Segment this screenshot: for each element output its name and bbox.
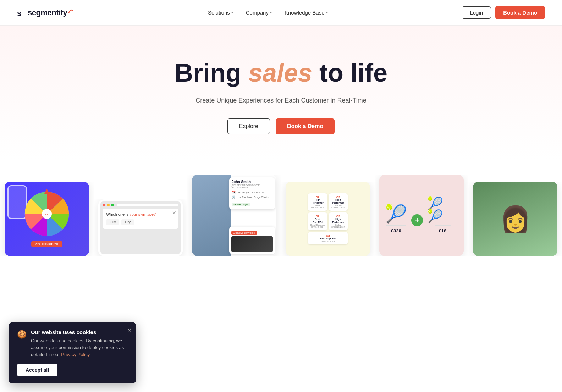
logo-text: segmentify	[28, 8, 67, 17]
chevron-down-icon: ▾	[270, 11, 272, 15]
product-card: Exclusive early sale!	[229, 227, 275, 254]
g2-badge-1: G2 HighPerformer EMEA SPRING 2024	[308, 193, 327, 211]
chevron-down-icon: ▾	[326, 11, 328, 15]
showcase-item-4: G2 HighPerformer EMEA SPRING 2024 G2 Hig…	[281, 182, 375, 256]
browser-bar	[103, 204, 178, 206]
calendar-icon: 📅	[232, 191, 236, 194]
logo-icon: s	[17, 7, 28, 18]
profile-photo	[192, 175, 231, 256]
showcase-section: $Y 20% DISCOUNT Which one is your	[0, 160, 562, 256]
g2-card: G2 HighPerformer EMEA SPRING 2024 G2 Hig…	[286, 182, 370, 256]
svg-point-1	[72, 10, 73, 11]
spin-wheel-svg: $Y	[24, 191, 70, 237]
last-purchase: Last Purchase: Cargo Shorts	[237, 196, 269, 198]
tennis-balls-icon: 🎾🎾	[427, 197, 458, 223]
profile-email: john.smith@example.com	[232, 184, 272, 186]
price-line-2	[435, 225, 451, 226]
g2-badges-grid: G2 HighPerformer EMEA SPRING 2024 G2 Hig…	[304, 189, 352, 249]
woman-bg: 👩	[473, 182, 557, 256]
profile-info: John Smith john.smith@example.com ID: 12…	[229, 177, 275, 209]
book-demo-hero-button[interactable]: Book a Demo	[276, 118, 335, 134]
close-dot	[103, 204, 105, 206]
logo[interactable]: s segmentify	[17, 7, 74, 18]
price-2: £18	[439, 228, 447, 233]
discount-badge: 20% DISCOUNT	[31, 241, 62, 247]
cart-icon: 🛒	[232, 195, 236, 199]
maximize-dot	[111, 204, 114, 206]
hero-section: Bring sales to life Create Unique Experi…	[0, 26, 562, 160]
quiz-opt-1[interactable]: Oily	[106, 219, 119, 225]
spin-wheel-card: $Y 20% DISCOUNT	[5, 182, 89, 256]
profile-id: ID: 123456789	[232, 186, 272, 189]
hero-title: Bring sales to life	[175, 59, 387, 87]
nav-links: Solutions ▾ Company ▾ Knowledge Base ▾	[208, 10, 328, 16]
book-demo-nav-button[interactable]: Book a Demo	[495, 6, 545, 19]
nav-knowledge-base[interactable]: Knowledge Base ▾	[285, 10, 328, 16]
spin-wheel: $Y	[24, 191, 70, 237]
showcase-item-3: John Smith john.smith@example.com ID: 12…	[187, 175, 281, 256]
nav-actions: Login Book a Demo	[462, 6, 545, 19]
explore-button[interactable]: Explore	[227, 118, 270, 134]
racket-product: 🎾 £320	[385, 205, 407, 233]
nav-solutions[interactable]: Solutions ▾	[208, 10, 233, 16]
quiz-opt-2[interactable]: Dry	[121, 219, 134, 225]
profile-card: John Smith john.smith@example.com ID: 12…	[192, 175, 276, 256]
quiz-card: Which one is your skin type? Oily Dry ✕	[98, 199, 183, 256]
hero-subtitle: Create Unique Experiences for Each Custo…	[195, 97, 367, 104]
url-bar	[117, 204, 178, 206]
balls-product: 🎾🎾 £18	[427, 197, 458, 233]
navbar: s segmentify Solutions ▾ Company ▾ Knowl…	[0, 0, 562, 26]
logo-arc-icon	[67, 8, 74, 14]
quiz-question: Which one is your skin type?	[106, 212, 175, 216]
woman-figure: 👩	[500, 204, 531, 233]
woman-card: 👩	[473, 182, 557, 256]
plus-icon: +	[411, 214, 423, 226]
tennis-card: 🎾 £320 + 🎾🎾 £18	[379, 175, 464, 256]
g2-badge-4: G2 HighPerformer Global SPRING 2024	[329, 212, 348, 230]
exclusive-label: Exclusive early sale!	[231, 231, 257, 235]
spin-arrow	[44, 189, 50, 194]
profile-name: John Smith	[232, 180, 272, 184]
g2-badge-2: G2 HighPerformer Europe SPRING 2024	[329, 193, 348, 211]
product-image	[231, 236, 273, 252]
showcase-item-5: 🎾 £320 + 🎾🎾 £18	[375, 175, 468, 256]
g2-badge-3: G2 BestEst. ROI Small Business SPRING 20…	[308, 212, 327, 230]
active-loyal-badge: Active Loyal	[232, 203, 250, 206]
hero-buttons: Explore Book a Demo	[227, 118, 335, 134]
price-line-1	[386, 225, 406, 226]
showcase-item-1: $Y 20% DISCOUNT	[0, 182, 94, 256]
svg-text:s: s	[17, 9, 21, 18]
showcase-item-6: 👩	[468, 182, 562, 256]
price-1: £320	[391, 228, 401, 233]
showcase-item-2: Which one is your skin type? Oily Dry ✕	[94, 199, 187, 256]
svg-text:$Y: $Y	[45, 213, 49, 216]
login-button[interactable]: Login	[462, 6, 491, 19]
chevron-down-icon: ▾	[231, 11, 233, 15]
nav-company[interactable]: Company ▾	[246, 10, 272, 16]
g2-badge-5: G2 Best Support SPRING 2024	[308, 232, 347, 244]
minimize-dot	[107, 204, 110, 206]
close-icon[interactable]: ✕	[172, 210, 176, 216]
racket-icon: 🎾	[385, 205, 407, 223]
last-logged: Last Logged: 25/06/2024	[237, 191, 264, 194]
